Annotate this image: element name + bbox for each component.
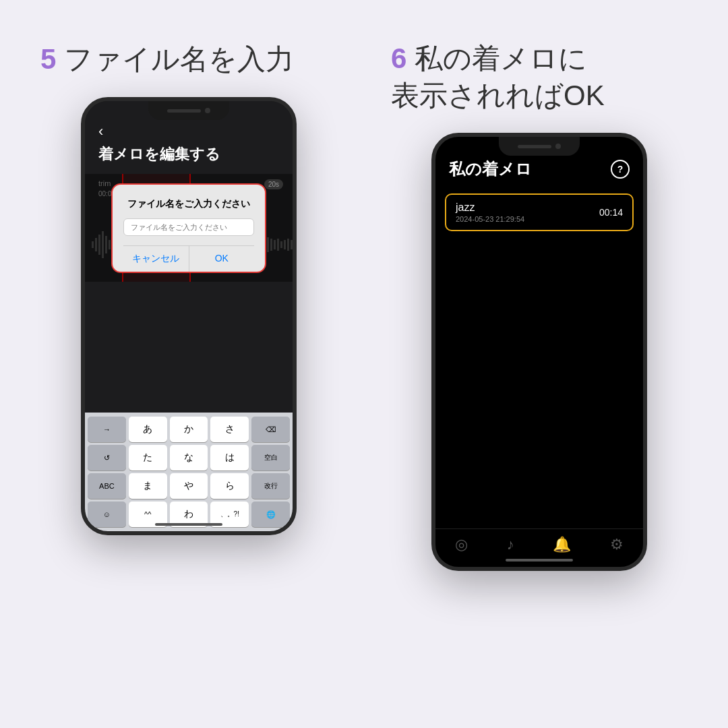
step-number-5: 5 [40, 43, 56, 75]
help-icon[interactable]: ? [611, 160, 630, 179]
phone-notch-left [148, 101, 229, 120]
dialog-title: ファイル名をご入力ください [123, 198, 254, 210]
left-home-bar [155, 523, 222, 526]
kb-key-ra[interactable]: ら [210, 473, 249, 499]
filename-input[interactable] [123, 218, 254, 236]
phone-notch-right [499, 137, 580, 156]
phone-camera-right [555, 144, 561, 149]
step-text-5: ファイル名を入力 [64, 43, 294, 75]
cancel-button[interactable]: キャンセル [123, 246, 189, 272]
left-panel: 5 ファイル名を入力 ‹ 着メロを編集する trim 20s 00:0 [27, 40, 351, 535]
step-number-6: 6 [391, 42, 406, 74]
left-phone-screen: ‹ 着メロを編集する trim 20s 00:0 4.5 [85, 101, 293, 531]
ringtone-name: jazz [456, 202, 524, 214]
right-panel: 6 私の着メロに 表示されればOK 私の着メロ ? [377, 40, 701, 571]
ringtone-info: jazz 2024-05-23 21:29:54 [456, 202, 524, 223]
kb-key-abc[interactable]: ABC [88, 473, 126, 499]
phone-speaker-right [518, 145, 551, 148]
ringtone-date: 2024-05-23 21:29:54 [456, 215, 524, 223]
kb-key-arrow[interactable]: → [88, 417, 126, 442]
kb-key-na[interactable]: な [170, 445, 208, 471]
dialog-buttons: キャンセル OK [123, 245, 254, 272]
left-phone: ‹ 着メロを編集する trim 20s 00:0 4.5 [81, 97, 297, 535]
ringtone-duration: 00:14 [599, 207, 623, 218]
tab-icon-music[interactable]: ♪ [507, 536, 514, 553]
step-text-6-line2: 表示されればOK [391, 78, 605, 115]
kb-key-undo[interactable]: ↺ [88, 445, 126, 471]
back-arrow[interactable]: ‹ [98, 123, 279, 140]
kb-key-ya[interactable]: や [170, 473, 208, 499]
kb-key-ta[interactable]: た [129, 445, 167, 471]
kb-key-space[interactable]: 空白 [251, 445, 290, 471]
tab-icon-ringtone[interactable]: 🔔 [553, 536, 571, 553]
right-screen-title: 私の着メロ [449, 158, 532, 180]
ringtone-list: jazz 2024-05-23 21:29:54 00:14 [435, 189, 643, 528]
kb-key-ka[interactable]: か [170, 417, 208, 442]
kb-row-1: → あ か さ ⌫ [88, 417, 290, 442]
step-label-5: 5 ファイル名を入力 [40, 40, 294, 78]
kb-key-ma[interactable]: ま [129, 473, 167, 499]
kb-key-globe[interactable]: 🌐 [251, 502, 290, 527]
phone-camera-left [205, 108, 210, 113]
right-phone-screen: 私の着メロ ? jazz 2024-05-23 21:29:54 00:14 [435, 137, 643, 567]
kb-key-sa[interactable]: さ [210, 417, 249, 442]
ringtone-item[interactable]: jazz 2024-05-23 21:29:54 00:14 [445, 193, 634, 231]
screen-title: 着メロを編集する [98, 146, 220, 162]
dialog-overlay: ファイル名をご入力ください キャンセル OK [85, 174, 293, 282]
keyboard-area: → あ か さ ⌫ ↺ た な は 空白 ABC [85, 413, 293, 531]
tab-icon-settings[interactable]: ⚙ [610, 536, 624, 553]
kb-key-a[interactable]: あ [129, 417, 167, 442]
kb-key-emoji[interactable]: ☺ [88, 502, 126, 527]
waveform-area: trim 20s 00:0 4.5 [85, 174, 293, 282]
phone-speaker-left [167, 109, 201, 113]
kb-key-ha[interactable]: は [210, 445, 249, 471]
tab-icon-record[interactable]: ◎ [455, 536, 468, 553]
right-phone: 私の着メロ ? jazz 2024-05-23 21:29:54 00:14 [431, 133, 647, 571]
step-text-6-line1: 私の着メロに [415, 42, 587, 74]
kb-row-2: ↺ た な は 空白 [88, 445, 290, 471]
step-label-6: 6 私の着メロに 表示されればOK [391, 40, 605, 114]
dialog-box: ファイル名をご入力ください キャンセル OK [111, 183, 266, 273]
ok-button[interactable]: OK [189, 246, 255, 272]
kb-key-enter[interactable]: 改行 [251, 473, 290, 499]
right-home-bar [506, 559, 573, 562]
kb-key-delete[interactable]: ⌫ [251, 417, 290, 442]
kb-row-3: ABC ま や ら 改行 [88, 473, 290, 499]
main-container: 5 ファイル名を入力 ‹ 着メロを編集する trim 20s 00:0 [0, 0, 728, 728]
